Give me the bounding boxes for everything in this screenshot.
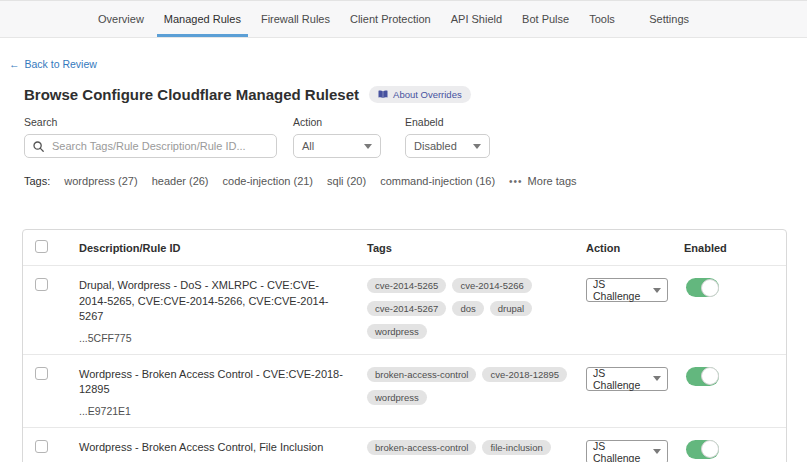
- filters-row: Search Action All Enabeld Disabled: [24, 116, 807, 158]
- back-link-label: Back to Review: [25, 58, 97, 70]
- chevron-down-icon: [364, 144, 372, 149]
- rule-description: Wordpress - Broken Access Control, File …: [79, 440, 367, 456]
- rule-tag: file-inclusion: [482, 440, 550, 455]
- chevron-down-icon: [473, 144, 481, 149]
- arrow-left-icon: ←: [9, 58, 20, 70]
- about-overrides-label: About Overrides: [393, 89, 462, 100]
- table-header-row: Description/Rule ID Tags Action Enabled: [23, 230, 786, 266]
- rule-tag: cve-2014-5266: [452, 278, 531, 293]
- tag-filter-command-injection[interactable]: command-injection (16): [380, 175, 495, 187]
- enabled-label: Enabeld: [405, 116, 490, 128]
- ellipsis-icon: •••: [509, 176, 523, 187]
- tab-managed-rules[interactable]: Managed Rules: [154, 1, 251, 37]
- title-row: Browse Configure Cloudflare Managed Rule…: [24, 86, 807, 103]
- rule-tag: wordpress: [367, 324, 427, 339]
- header-action: Action: [586, 242, 684, 254]
- table-row: Drupal, Wordpress - DoS - XMLRPC - CVE:C…: [23, 266, 786, 355]
- rule-description: Wordpress - Broken Access Control - CVE:…: [79, 367, 367, 398]
- chevron-down-icon: [653, 288, 661, 293]
- managed-rules-table: Description/Rule ID Tags Action Enabled …: [22, 229, 787, 462]
- rule-action-select[interactable]: JS Challenge: [586, 278, 668, 302]
- about-overrides-badge[interactable]: About Overrides: [369, 86, 471, 103]
- rule-tag: drupal: [490, 301, 532, 316]
- more-tags-label: More tags: [528, 175, 577, 187]
- tab-overview[interactable]: Overview: [88, 1, 154, 37]
- tag-filter-wordpress[interactable]: wordpress (27): [64, 175, 137, 187]
- tab-settings[interactable]: Settings: [639, 1, 699, 37]
- table-row: Wordpress - Broken Access Control - CVE:…: [23, 355, 786, 428]
- search-icon: [33, 141, 44, 152]
- rule-description: Drupal, Wordpress - DoS - XMLRPC - CVE:C…: [79, 278, 367, 325]
- chevron-down-icon: [653, 376, 661, 381]
- header-enabled: Enabled: [684, 242, 786, 254]
- tag-filter-code-injection[interactable]: code-injection (21): [223, 175, 314, 187]
- book-icon: [378, 90, 388, 99]
- enabled-filter-group: Enabeld Disabled: [405, 116, 490, 158]
- select-all-checkbox[interactable]: [35, 240, 48, 253]
- enabled-filter-select[interactable]: Disabled: [405, 134, 490, 158]
- tag-filter-sqli[interactable]: sqli (20): [327, 175, 366, 187]
- page-title: Browse Configure Cloudflare Managed Rule…: [24, 86, 359, 103]
- action-filter-value: All: [302, 140, 314, 152]
- action-filter-select[interactable]: All: [293, 134, 381, 158]
- search-label: Search: [24, 116, 277, 128]
- row-checkbox[interactable]: [35, 367, 48, 380]
- row-checkbox[interactable]: [35, 278, 48, 291]
- rule-id: ...E9721E1: [79, 405, 367, 417]
- rule-id: ...5CFF775: [79, 332, 367, 344]
- action-label: Action: [293, 116, 389, 128]
- tags-bar: Tags: wordpress (27) header (26) code-in…: [24, 175, 807, 187]
- rule-action-select[interactable]: JS Challenge: [586, 440, 668, 462]
- rule-action-select[interactable]: JS Challenge: [586, 367, 668, 391]
- table-row: Wordpress - Broken Access Control, File …: [23, 428, 786, 462]
- top-nav: Overview Managed Rules Firewall Rules Cl…: [0, 0, 807, 38]
- rule-tag: broken-access-control: [367, 367, 476, 382]
- tab-api-shield[interactable]: API Shield: [441, 1, 512, 37]
- rule-action-value: JS Challenge: [593, 278, 653, 302]
- rule-action-value: JS Challenge: [593, 367, 653, 391]
- search-box[interactable]: [24, 134, 277, 158]
- tab-firewall-rules[interactable]: Firewall Rules: [251, 1, 340, 37]
- rule-tag: wordpress: [367, 390, 427, 405]
- rule-tag: dos: [452, 301, 483, 316]
- tab-tools[interactable]: Tools: [579, 1, 625, 37]
- tab-client-protection[interactable]: Client Protection: [340, 1, 441, 37]
- tab-bot-pulse[interactable]: Bot Pulse: [512, 1, 579, 37]
- search-input[interactable]: [50, 139, 268, 153]
- back-to-review-link[interactable]: ← Back to Review: [9, 58, 97, 70]
- rule-tag: cve-2018-12895: [482, 367, 567, 382]
- rule-tag: cve-2014-5267: [367, 301, 446, 316]
- rule-tag: broken-access-control: [367, 440, 476, 455]
- tag-filter-header[interactable]: header (26): [152, 175, 209, 187]
- header-tags: Tags: [367, 242, 586, 254]
- enabled-toggle[interactable]: [686, 367, 719, 386]
- enabled-toggle[interactable]: [686, 278, 719, 297]
- more-tags-link[interactable]: ••• More tags: [509, 175, 576, 187]
- tags-bar-label: Tags:: [24, 175, 50, 187]
- header-description: Description/Rule ID: [79, 242, 367, 254]
- action-filter-group: Action All: [293, 116, 389, 158]
- rule-action-value: JS Challenge: [593, 440, 653, 462]
- search-filter-group: Search: [24, 116, 277, 158]
- enabled-toggle[interactable]: [686, 440, 719, 459]
- rule-tag: cve-2014-5265: [367, 278, 446, 293]
- row-checkbox[interactable]: [35, 440, 48, 453]
- enabled-filter-value: Disabled: [414, 140, 457, 152]
- chevron-down-icon: [653, 449, 661, 454]
